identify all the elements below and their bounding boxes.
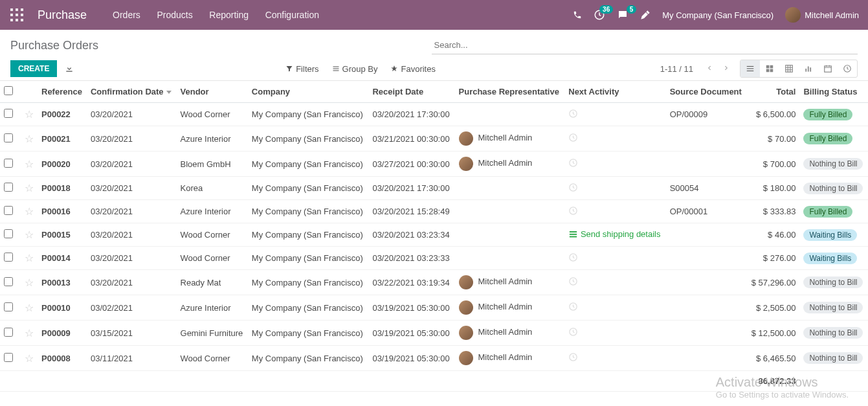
nav-reporting[interactable]: Reporting (209, 10, 249, 20)
cell-receipt-date: 03/20/2021 17:30:00 (368, 103, 454, 126)
table-row[interactable]: ☆ P00020 03/20/2021 Bloem GmbH My Compan… (0, 152, 868, 177)
star-icon[interactable]: ☆ (25, 253, 34, 264)
nav-orders[interactable]: Orders (113, 10, 140, 20)
pager-prev[interactable] (701, 62, 718, 76)
billing-badge: Fully Billed (803, 109, 852, 120)
view-kanban[interactable] (760, 60, 779, 77)
col-source-doc[interactable]: Source Document (666, 81, 747, 103)
cell-vendor: Bloem GmbH (177, 152, 248, 177)
table-row[interactable]: ☆ P00013 03/20/2021 Ready Mat My Company… (0, 270, 868, 295)
billing-badge: Fully Billed (803, 133, 852, 144)
activity-clock-icon[interactable] (568, 253, 578, 264)
col-billing-status[interactable]: Billing Status (799, 81, 868, 103)
view-list[interactable] (740, 60, 760, 77)
svg-rect-3 (10, 14, 13, 16)
cell-company: My Company (San Francisco) (248, 223, 369, 247)
activity-clock-icon[interactable] (568, 353, 578, 364)
activity-clock-icon[interactable] (568, 277, 578, 288)
svg-rect-25 (570, 231, 577, 232)
billing-badge: Waiting Bills (803, 229, 857, 241)
view-calendar[interactable] (818, 60, 838, 77)
select-all-checkbox[interactable] (4, 86, 13, 95)
cell-receipt-date: 03/22/2021 03:19:34 (368, 270, 454, 295)
user-menu[interactable]: Mitchell Admin (785, 7, 859, 23)
cell-billing-status: Nothing to Bill (799, 270, 868, 295)
pager[interactable]: 1-11 / 11 (660, 64, 693, 74)
phone-icon[interactable] (573, 10, 582, 19)
cell-reference: P00010 (38, 295, 87, 321)
groupby-button[interactable]: Group By (332, 64, 378, 74)
table-row[interactable]: ☆ P00016 03/20/2021 Azure Interior My Co… (0, 200, 868, 223)
col-reference[interactable]: Reference (38, 81, 87, 103)
star-icon[interactable]: ☆ (25, 109, 34, 120)
download-button[interactable] (65, 64, 74, 73)
table-row[interactable]: ☆ P00010 03/02/2021 Azure Interior My Co… (0, 295, 868, 321)
svg-rect-1 (16, 8, 18, 11)
star-icon[interactable]: ☆ (25, 328, 34, 339)
col-next-activity[interactable]: Next Activity (564, 81, 665, 103)
table-row[interactable]: ☆ P00018 03/20/2021 Korea My Company (Sa… (0, 177, 868, 200)
star-icon[interactable]: ☆ (25, 159, 34, 170)
create-button[interactable]: CREATE (10, 60, 57, 77)
col-vendor[interactable]: Vendor (177, 81, 248, 103)
star-icon[interactable]: ☆ (25, 353, 34, 364)
col-confirmation-date[interactable]: Confirmation Date (87, 81, 177, 103)
pager-next[interactable] (718, 62, 735, 76)
star-icon[interactable]: ☆ (25, 302, 34, 313)
row-checkbox[interactable] (4, 159, 13, 168)
activity-clock-icon[interactable] (568, 183, 578, 194)
cell-company: My Company (San Francisco) (248, 247, 369, 270)
app-brand[interactable]: Purchase (38, 8, 87, 22)
star-icon[interactable]: ☆ (25, 183, 34, 194)
company-switcher[interactable]: My Company (San Francisco) (662, 10, 773, 20)
col-total[interactable]: Total (747, 81, 800, 103)
activity-clock-icon[interactable] (568, 109, 578, 120)
row-checkbox[interactable] (4, 253, 13, 262)
cell-total: $ 276.00 (747, 247, 800, 270)
row-checkbox[interactable] (4, 183, 13, 192)
discuss-icon[interactable]: 5 (617, 9, 629, 21)
star-icon[interactable]: ☆ (25, 277, 34, 288)
table-row[interactable]: ☆ P00021 03/20/2021 Azure Interior My Co… (0, 126, 868, 152)
row-checkbox[interactable] (4, 133, 13, 142)
activity-clock-icon[interactable] (568, 159, 578, 170)
activity-clock-icon[interactable] (568, 207, 578, 218)
activity-clock-icon[interactable] (568, 328, 578, 339)
row-checkbox[interactable] (4, 229, 13, 238)
nav-configuration[interactable]: Configuration (265, 10, 319, 20)
nav-products[interactable]: Products (157, 10, 192, 20)
col-company[interactable]: Company (248, 81, 369, 103)
row-checkbox[interactable] (4, 302, 13, 311)
view-graph[interactable] (799, 60, 818, 77)
col-purchase-rep[interactable]: Purchase Representative (455, 81, 565, 103)
apps-icon[interactable] (9, 7, 25, 23)
cell-source-doc (666, 223, 747, 247)
star-icon[interactable]: ☆ (25, 229, 34, 240)
cell-confirmation-date: 03/20/2021 (87, 200, 177, 223)
activity-task-icon[interactable]: Send shipping details (568, 229, 660, 239)
cell-receipt-date: 03/20/2021 17:30:00 (368, 177, 454, 200)
view-pivot[interactable] (779, 60, 799, 77)
table-row[interactable]: ☆ P00015 03/20/2021 Wood Corner My Compa… (0, 223, 868, 247)
activity-clock-icon[interactable] (568, 133, 578, 144)
row-checkbox[interactable] (4, 277, 13, 286)
activity-clock-icon[interactable] (568, 302, 578, 313)
table-row[interactable]: ☆ P00022 03/20/2021 Wood Corner My Compa… (0, 103, 868, 126)
activities-icon[interactable]: 36 (594, 9, 605, 21)
row-checkbox[interactable] (4, 353, 13, 362)
col-receipt-date[interactable]: Receipt Date (368, 81, 454, 103)
star-icon[interactable]: ☆ (25, 133, 34, 144)
tools-icon[interactable] (640, 10, 651, 20)
view-activity[interactable] (838, 60, 857, 77)
cell-confirmation-date: 03/20/2021 (87, 103, 177, 126)
row-checkbox[interactable] (4, 206, 13, 215)
table-row[interactable]: ☆ P00008 03/11/2021 Wood Corner My Compa… (0, 346, 868, 371)
filters-button[interactable]: Filters (285, 64, 318, 74)
favorites-button[interactable]: Favorites (390, 64, 435, 74)
row-checkbox[interactable] (4, 328, 13, 337)
table-row[interactable]: ☆ P00009 03/15/2021 Gemini Furniture My … (0, 321, 868, 346)
table-row[interactable]: ☆ P00014 03/20/2021 Wood Corner My Compa… (0, 247, 868, 270)
star-icon[interactable]: ☆ (25, 206, 34, 217)
search-input[interactable] (432, 36, 858, 54)
row-checkbox[interactable] (4, 109, 13, 118)
